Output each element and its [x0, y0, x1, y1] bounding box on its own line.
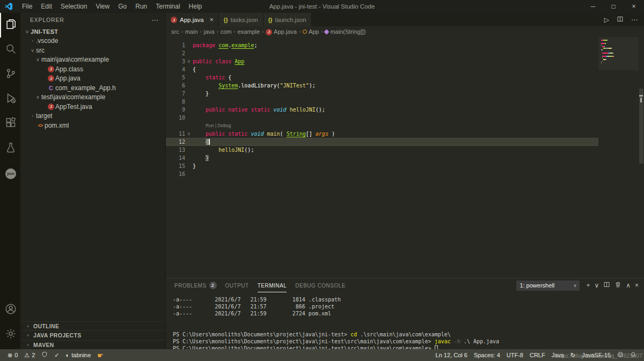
- terminal-output[interactable]: -a---- 2021/6/7 21:59 1814 .classpath-a-…: [166, 292, 644, 352]
- codelens[interactable]: Run | Debug: [166, 122, 644, 130]
- breadcrumb-item[interactable]: main: [185, 28, 198, 35]
- code-line-3[interactable]: 3∨public class App: [166, 57, 598, 65]
- status-cursor-position[interactable]: Ln 12, Col 6: [433, 349, 471, 361]
- status-warnings[interactable]: ⚠2: [21, 349, 38, 361]
- sidebar-section-java-projects[interactable]: ›JAVA PROJECTS: [20, 330, 165, 340]
- code-line-7[interactable]: 7 }: [166, 90, 598, 98]
- more-actions-button[interactable]: ⋯: [631, 16, 638, 24]
- activitybar-source-control[interactable]: [0, 62, 20, 87]
- code-line-2[interactable]: 2: [166, 49, 598, 57]
- activitybar-run-and-debug[interactable]: [0, 87, 20, 112]
- breadcrumb[interactable]: src›main›java›com›example›JApp.java›App›…: [166, 26, 644, 37]
- status-encoding[interactable]: UTF-8: [503, 349, 526, 361]
- activitybar-extensions[interactable]: [0, 112, 20, 136]
- code-line-9[interactable]: 9 public native static void helloJNI();: [166, 106, 598, 114]
- code-line-5[interactable]: 5 static {: [166, 73, 598, 82]
- codelens-run[interactable]: Run: [206, 123, 214, 128]
- tree-item-main-java-com-example[interactable]: ∨main\java\com\example: [20, 55, 165, 65]
- menu-terminal[interactable]: Terminal: [151, 0, 184, 13]
- code-line-13[interactable]: 13 helloJNI();: [166, 146, 598, 154]
- menu-edit[interactable]: Edit: [36, 0, 56, 13]
- split-editor-button[interactable]: [617, 16, 624, 24]
- tab-tasks-json[interactable]: {}tasks.json: [219, 13, 264, 26]
- kill-terminal-button[interactable]: [614, 281, 621, 290]
- panel-tab-output[interactable]: OUTPUT: [225, 278, 249, 292]
- code-editor[interactable]: 1package com.example;23∨public class App…: [166, 37, 644, 278]
- tree-item-.vscode[interactable]: ›.vscode: [20, 36, 165, 46]
- code-line-10[interactable]: 10: [166, 114, 598, 122]
- status-language-mode[interactable]: Java: [548, 349, 567, 361]
- status-status-check[interactable]: ✓: [51, 349, 62, 361]
- tree-item-app.java[interactable]: JApp.java: [20, 74, 165, 84]
- code-line-15[interactable]: 15}: [166, 162, 598, 170]
- terminal-select[interactable]: 1: powershell ∨: [516, 281, 580, 291]
- new-terminal-button[interactable]: +: [586, 282, 590, 289]
- status-tabnine[interactable]: ◐tabnine: [63, 349, 94, 361]
- code-line-4[interactable]: 4{: [166, 65, 598, 73]
- tree-item-apptest.java[interactable]: JAppTest.java: [20, 102, 165, 112]
- activitybar-explorer[interactable]: [0, 13, 20, 38]
- fold-chevron-icon[interactable]: ∨: [185, 57, 193, 65]
- code-line-16[interactable]: 16: [166, 170, 598, 178]
- codelens-debug[interactable]: Debug: [218, 123, 231, 128]
- minimap[interactable]: [598, 37, 639, 278]
- code-line-6[interactable]: 6 System.loadLibrary("JNITest");: [166, 82, 598, 90]
- editor-scrollbar[interactable]: [639, 37, 644, 278]
- tree-item-target[interactable]: ›target: [20, 112, 165, 121]
- breadcrumb-item[interactable]: main(String[]): [325, 28, 365, 35]
- menu-run[interactable]: Run: [131, 0, 151, 13]
- sidebar-section-outline[interactable]: ›OUTLINE: [20, 321, 165, 331]
- split-terminal-button[interactable]: [603, 281, 610, 290]
- code-line-12[interactable]: 12 {: [166, 138, 598, 146]
- menu-view[interactable]: View: [91, 0, 114, 13]
- sidebar-section-maven[interactable]: ›MAVEN: [20, 340, 165, 350]
- status-sync[interactable]: ↻: [567, 349, 579, 361]
- breadcrumb-item[interactable]: com: [221, 28, 232, 35]
- tree-item-src[interactable]: ∨src: [20, 46, 165, 55]
- tree-item-com-example-app.h[interactable]: Ccom_example_App.h: [20, 83, 165, 93]
- panel-tab-debug-console[interactable]: DEBUG CONSOLE: [295, 278, 346, 292]
- menu-file[interactable]: File: [18, 0, 36, 13]
- code-line-8[interactable]: 8: [166, 98, 598, 106]
- status-java-runtime[interactable]: JavaSE-15: [579, 349, 614, 361]
- tab-launch-json[interactable]: {}launch.json: [264, 13, 312, 26]
- code-line-14[interactable]: 14 }: [166, 154, 598, 162]
- status-security-shield[interactable]: [38, 349, 51, 361]
- activitybar-json-extension[interactable]: json: [0, 161, 20, 186]
- breadcrumb-item[interactable]: example: [237, 28, 260, 35]
- close-button[interactable]: ×: [624, 0, 644, 13]
- minimize-button[interactable]: ─: [583, 0, 603, 13]
- status-indentation[interactable]: Spaces: 4: [471, 349, 503, 361]
- status-notifications[interactable]: [627, 349, 640, 361]
- tree-item-app.class[interactable]: JApp.class: [20, 64, 165, 74]
- panel-tab-terminal[interactable]: TERMINAL: [258, 278, 287, 292]
- maximize-panel-button[interactable]: ∧: [626, 282, 631, 289]
- close-icon[interactable]: ×: [210, 16, 214, 24]
- activitybar-settings[interactable]: [0, 322, 20, 347]
- status-eol[interactable]: CRLF: [526, 349, 548, 361]
- status-tabnine-hand[interactable]: ☛: [94, 349, 107, 361]
- close-panel-button[interactable]: ×: [635, 282, 639, 289]
- run-file-button[interactable]: ▷: [604, 16, 609, 24]
- breadcrumb-item[interactable]: src: [171, 28, 179, 35]
- fold-chevron-icon[interactable]: ∨: [185, 130, 193, 138]
- code-line-11[interactable]: 11∨ public static void main( String[] ar…: [166, 130, 598, 138]
- maximize-button[interactable]: □: [603, 0, 624, 13]
- code-line-1[interactable]: 1package com.example;: [166, 41, 598, 49]
- breadcrumb-item[interactable]: App: [303, 28, 319, 35]
- panel-tab-problems[interactable]: PROBLEMS2: [174, 278, 217, 292]
- tree-item-pom.xml[interactable]: <>pom.xml: [20, 121, 165, 130]
- activitybar-search[interactable]: [0, 38, 20, 62]
- tab-app-java[interactable]: JApp.java×: [166, 13, 219, 26]
- breadcrumb-item[interactable]: JApp.java: [266, 28, 297, 35]
- activitybar-account[interactable]: [0, 298, 20, 322]
- minimap-slider[interactable]: [598, 37, 639, 70]
- tree-item-test-java-com-example[interactable]: ∨test\java\com\example: [20, 93, 165, 102]
- breadcrumb-item[interactable]: java: [204, 28, 215, 35]
- status-errors[interactable]: ⊗0: [4, 349, 21, 361]
- status-feedback[interactable]: [614, 349, 627, 361]
- activitybar-testing[interactable]: [0, 136, 20, 161]
- menu-go[interactable]: Go: [114, 0, 131, 13]
- menu-help[interactable]: Help: [185, 0, 207, 13]
- menu-selection[interactable]: Selection: [56, 0, 91, 13]
